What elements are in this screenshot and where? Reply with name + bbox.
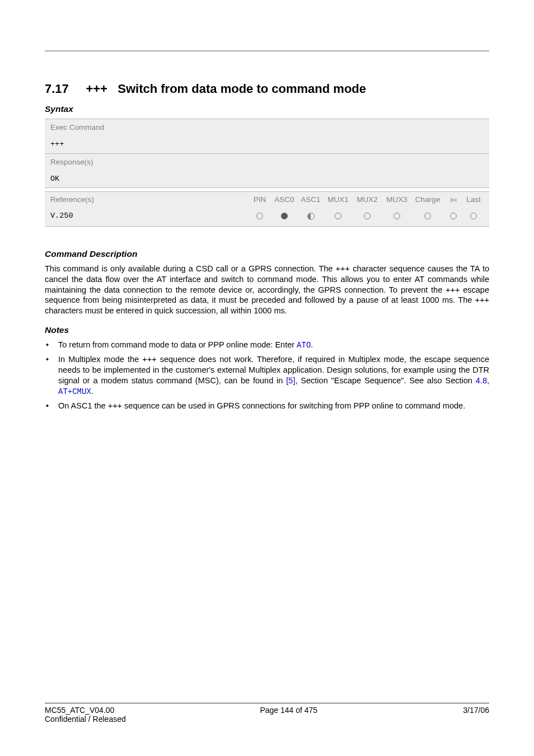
- circle-open-icon: [394, 213, 400, 219]
- circle-full-icon: [281, 213, 288, 219]
- col-mux3: MUX3: [382, 194, 412, 206]
- link-ato[interactable]: ATO: [297, 341, 311, 350]
- section-heading: 7.17 +++ Switch from data mode to comman…: [45, 82, 489, 96]
- val-last: [463, 210, 484, 223]
- footer-page: Page 144 of 475: [260, 706, 317, 715]
- exec-command-label: Exec Command: [45, 119, 489, 136]
- note2-post: .: [91, 387, 93, 396]
- col-mux2: MUX2: [353, 194, 382, 206]
- command-description-body: This command is only available during a …: [45, 264, 489, 316]
- link-section-4-8[interactable]: 4.8: [476, 376, 487, 385]
- page-footer: MC55_ATC_V04.00 Page 144 of 475 3/17/06 …: [45, 703, 489, 724]
- note2-mid: , Section "Escape Sequence". See also Se…: [295, 376, 475, 385]
- notes-heading: Notes: [45, 325, 489, 335]
- section-number: 7.17: [45, 82, 69, 96]
- col-asc1: ASC1: [298, 194, 324, 206]
- note1-post: .: [311, 340, 313, 349]
- col-pin: PIN: [249, 194, 271, 206]
- note-item-2: In Multiplex mode the +++ sequence does …: [45, 354, 489, 397]
- circle-open-icon: [470, 213, 477, 219]
- reference-value: V.250: [50, 210, 249, 223]
- note2-sep: ,: [487, 376, 489, 385]
- val-mux3: [382, 210, 412, 223]
- val-tool: [443, 210, 463, 223]
- link-at-cmux[interactable]: AT+CMUX: [58, 387, 91, 396]
- command-description-heading: Command Description: [45, 249, 489, 259]
- note1-pre: To return from command mode to data or P…: [58, 340, 297, 349]
- response-value: OK: [45, 171, 489, 188]
- syntax-table: Exec Command +++ Response(s) OK Referenc…: [45, 119, 489, 227]
- col-asc0: ASC0: [271, 194, 298, 206]
- val-asc1: [298, 210, 324, 223]
- response-label: Response(s): [45, 154, 489, 171]
- reference-label: Reference(s): [50, 194, 249, 206]
- circle-open-icon: [335, 213, 341, 219]
- circle-open-icon: [364, 213, 371, 219]
- val-mux2: [353, 210, 382, 223]
- circle-open-icon: [256, 213, 263, 219]
- val-mux1: [324, 210, 353, 223]
- circle-open-icon: [450, 213, 457, 219]
- wrench-icon: ✄: [450, 196, 457, 204]
- footer-conf: Confidential / Released: [45, 715, 489, 724]
- circle-open-icon: [424, 213, 431, 219]
- col-mux1: MUX1: [324, 194, 353, 206]
- circle-half-icon: [307, 213, 315, 220]
- syntax-heading: Syntax: [45, 104, 489, 114]
- section-escape: +++: [86, 82, 107, 96]
- link-ref-5[interactable]: [5]: [286, 376, 295, 385]
- col-charge: Charge: [412, 194, 443, 206]
- reference-table: Reference(s) PIN ASC0 ASC1 MUX1 MUX2 MUX…: [45, 191, 489, 227]
- notes-list: To return from command mode to data or P…: [45, 340, 489, 411]
- col-tool-icon: ✄: [443, 194, 463, 206]
- val-asc0: [271, 210, 298, 223]
- val-pin: [249, 210, 271, 223]
- note-item-3: On ASC1 the +++ sequence can be used in …: [45, 401, 489, 411]
- top-rule: [45, 50, 489, 51]
- col-last: Last: [463, 194, 484, 206]
- footer-doc: MC55_ATC_V04.00: [45, 706, 114, 715]
- footer-date: 3/17/06: [463, 706, 489, 715]
- exec-command-value: +++: [45, 136, 489, 153]
- val-charge: [412, 210, 443, 223]
- section-title-text: Switch from data mode to command mode: [118, 82, 366, 96]
- note-item-1: To return from command mode to data or P…: [45, 340, 489, 350]
